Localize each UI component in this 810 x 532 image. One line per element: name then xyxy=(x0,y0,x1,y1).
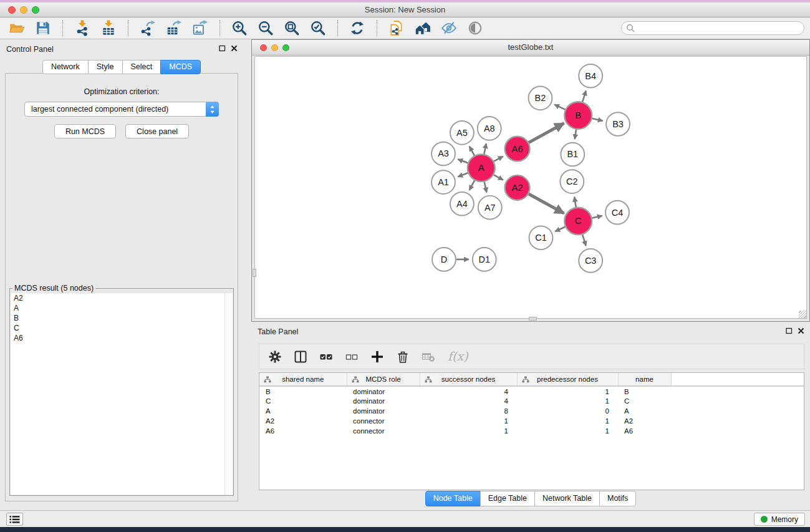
result-list-scrollbar[interactable] xyxy=(224,293,233,495)
select-stepper[interactable] xyxy=(206,102,219,117)
graph-edge-C-C4[interactable] xyxy=(592,216,602,218)
tab-motifs[interactable]: Motifs xyxy=(599,491,636,506)
table-row[interactable]: Cdominator41C xyxy=(259,396,804,406)
select-all-button[interactable] xyxy=(318,349,334,364)
graph-edge-B-B4[interactable] xyxy=(582,90,586,102)
toggle-views-button[interactable] xyxy=(463,19,487,37)
close-network-button[interactable] xyxy=(260,44,267,51)
graph-edge-A-A4[interactable] xyxy=(470,180,475,190)
graph-edge-C-C2[interactable] xyxy=(574,197,576,207)
export-image-button[interactable] xyxy=(188,19,212,37)
graph-edge-A-A2[interactable] xyxy=(494,175,503,180)
table-row[interactable]: A6connector11A6 xyxy=(259,426,804,436)
column-header-shared-name[interactable]: shared name xyxy=(259,373,347,386)
table-row[interactable]: Adominator80A xyxy=(259,406,804,416)
zoom-window-button[interactable] xyxy=(32,6,39,14)
graph-node-A6[interactable]: A6 xyxy=(505,137,530,162)
graph-node-A[interactable]: A xyxy=(468,155,495,182)
close-panel-button[interactable]: Close panel xyxy=(125,124,189,138)
delete-entry-button[interactable] xyxy=(395,349,411,364)
export-network-button[interactable] xyxy=(136,19,160,37)
graph-node-B4[interactable]: B4 xyxy=(579,64,602,88)
graph-edge-B-B2[interactable] xyxy=(554,105,565,110)
open-file-button[interactable] xyxy=(5,19,29,37)
save-session-button[interactable] xyxy=(31,19,55,37)
graph-node-B1[interactable]: B1 xyxy=(561,143,584,167)
graph-node-C1[interactable]: C1 xyxy=(529,226,553,249)
export-table-button[interactable] xyxy=(162,19,186,37)
add-entry-button[interactable] xyxy=(369,349,385,364)
network-canvas[interactable]: AA1A3A5A8A4A7A6A2BB2B4B3B1CC2C4C1C3DD1 xyxy=(254,56,807,319)
close-panel-icon[interactable] xyxy=(798,327,804,334)
graph-node-D[interactable]: D xyxy=(432,248,456,271)
graph-edge-C-C1[interactable] xyxy=(555,227,565,231)
column-header-successor-nodes[interactable]: successor nodes xyxy=(420,373,517,386)
task-history-button[interactable] xyxy=(6,513,23,526)
graph-edge-B-B3[interactable] xyxy=(592,118,603,121)
search-input[interactable] xyxy=(621,21,804,35)
graph-edge-B-B1[interactable] xyxy=(575,130,576,139)
tab-select[interactable]: Select xyxy=(122,60,162,74)
optimization-criterion-select[interactable]: largest connected component (directed) xyxy=(24,102,219,117)
list-item[interactable]: C xyxy=(11,323,233,333)
import-network-button[interactable] xyxy=(70,19,94,37)
list-item[interactable]: A xyxy=(11,303,233,313)
list-item[interactable]: A2 xyxy=(11,293,233,303)
graph-edge-A-A6[interactable] xyxy=(494,157,503,162)
run-mcds-button[interactable]: Run MCDS xyxy=(54,124,116,138)
graph-node-A1[interactable]: A1 xyxy=(432,170,455,194)
graph-edge-A-A7[interactable] xyxy=(485,182,487,193)
graph-node-C[interactable]: C xyxy=(564,208,592,235)
hide-selected-button[interactable] xyxy=(437,19,461,37)
graph-node-C2[interactable]: C2 xyxy=(560,170,584,193)
zoom-network-button[interactable] xyxy=(282,44,289,51)
tab-mcds[interactable]: MCDS xyxy=(160,60,201,74)
graph-node-A8[interactable]: A8 xyxy=(478,117,501,140)
fit-content-button[interactable] xyxy=(280,19,304,37)
close-panel-icon[interactable] xyxy=(231,45,238,52)
graph-node-B3[interactable]: B3 xyxy=(606,112,630,136)
graph-node-A2[interactable]: A2 xyxy=(505,175,530,200)
graph-edge-A-A1[interactable] xyxy=(458,173,468,177)
table-settings-button[interactable] xyxy=(267,349,283,364)
zoom-selected-button[interactable] xyxy=(306,19,330,37)
float-panel-icon[interactable] xyxy=(786,327,793,334)
graph-node-C3[interactable]: C3 xyxy=(579,249,602,273)
memory-button[interactable]: Memory xyxy=(754,513,805,526)
list-item[interactable]: A6 xyxy=(11,333,233,343)
minimize-network-button[interactable] xyxy=(271,44,278,51)
show-all-networks-button[interactable] xyxy=(411,19,435,37)
graph-edge-A-A5[interactable] xyxy=(470,147,475,156)
close-window-button[interactable] xyxy=(8,6,16,14)
minimize-window-button[interactable] xyxy=(20,6,27,14)
tab-style[interactable]: Style xyxy=(88,60,123,74)
resize-grip[interactable] xyxy=(799,311,806,318)
splitter-handle[interactable] xyxy=(529,317,537,321)
table-row[interactable]: Bdominator41B xyxy=(259,386,804,396)
tab-edge-table[interactable]: Edge Table xyxy=(480,491,535,506)
graph-node-B2[interactable]: B2 xyxy=(529,87,552,110)
graph-edge-A-A8[interactable] xyxy=(484,143,486,154)
column-selector-button[interactable] xyxy=(292,349,309,364)
tab-network[interactable]: Network xyxy=(42,60,89,74)
graph-node-B[interactable]: B xyxy=(564,102,592,129)
graph-node-A4[interactable]: A4 xyxy=(450,192,474,216)
float-panel-icon[interactable] xyxy=(219,45,226,52)
splitter-handle[interactable] xyxy=(253,269,256,277)
graph-edge-A6-B[interactable] xyxy=(529,123,564,142)
import-table-button[interactable] xyxy=(97,19,120,37)
column-header-name[interactable]: name xyxy=(618,373,671,386)
graph-edge-A-A3[interactable] xyxy=(458,159,468,163)
apply-layout-button[interactable] xyxy=(345,19,369,37)
graph-node-A7[interactable]: A7 xyxy=(478,196,502,220)
graph-edge-C-C3[interactable] xyxy=(582,235,586,246)
graph-node-D1[interactable]: D1 xyxy=(473,248,496,271)
deselect-all-button[interactable] xyxy=(344,349,360,364)
network-overview-button[interactable] xyxy=(385,19,408,37)
graph-node-A5[interactable]: A5 xyxy=(450,121,474,145)
table-row[interactable]: A2connector11A2 xyxy=(259,416,804,426)
graph-node-A3[interactable]: A3 xyxy=(432,142,455,166)
column-header-mcds-role[interactable]: MCDS role xyxy=(347,373,420,386)
graph-node-C4[interactable]: C4 xyxy=(605,201,629,225)
graph-edge-A2-C[interactable] xyxy=(529,194,564,213)
